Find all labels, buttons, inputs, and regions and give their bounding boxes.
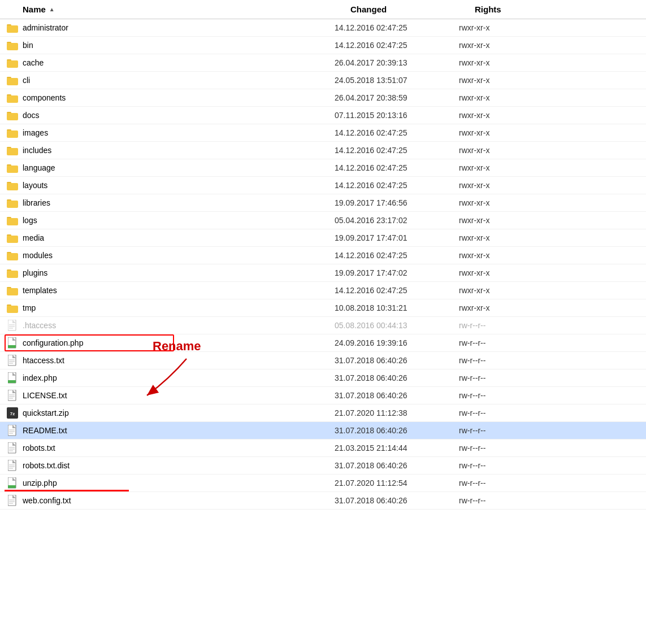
col-changed-header[interactable]: Changed bbox=[350, 5, 475, 14]
file-rights: rwxr-xr-x bbox=[459, 111, 646, 120]
file-name-cell: layouts bbox=[7, 180, 335, 191]
file-name-label: media bbox=[23, 233, 44, 242]
file-rights: rw-r--r-- bbox=[459, 321, 646, 330]
col-name-header[interactable]: Name ▲ bbox=[23, 5, 350, 14]
file-rights: rwxr-xr-x bbox=[459, 76, 646, 85]
name-column-label: Name bbox=[23, 5, 46, 14]
list-item[interactable]: images14.12.2016 02:47:25rwxr-xr-x bbox=[0, 124, 646, 142]
txt-file-icon bbox=[7, 355, 18, 366]
file-rights: rw-r--r-- bbox=[459, 408, 646, 417]
php-file-icon bbox=[7, 337, 18, 349]
list-item[interactable]: docs07.11.2015 20:13:16rwxr-xr-x bbox=[0, 107, 646, 124]
list-item[interactable]: includes14.12.2016 02:47:25rwxr-xr-x bbox=[0, 142, 646, 159]
file-name-cell: README.txt bbox=[7, 425, 335, 436]
zip-file-icon: 7z bbox=[7, 407, 18, 419]
col-rights-header[interactable]: Rights bbox=[475, 5, 646, 14]
red-underline-highlight bbox=[5, 490, 129, 491]
list-item[interactable]: robots.txt21.03.2015 21:14:44rw-r--r-- bbox=[0, 440, 646, 457]
list-item[interactable]: bin14.12.2016 02:47:25rwxr-xr-x bbox=[0, 37, 646, 54]
file-rights: rw-r--r-- bbox=[459, 461, 646, 470]
list-item[interactable]: plugins19.09.2017 17:47:02rwxr-xr-x bbox=[0, 264, 646, 282]
file-name-cell: LICENSE.txt bbox=[7, 390, 335, 401]
list-item[interactable]: media19.09.2017 17:47:01rwxr-xr-x bbox=[0, 229, 646, 247]
list-item[interactable]: modules14.12.2016 02:47:25rwxr-xr-x bbox=[0, 247, 646, 264]
file-name-cell: index.php bbox=[7, 372, 335, 384]
file-changed: 21.07.2020 11:12:54 bbox=[335, 478, 459, 488]
file-changed: 05.08.2016 00:44:13 bbox=[335, 321, 459, 330]
svg-rect-25 bbox=[7, 236, 18, 243]
list-item[interactable]: templates14.12.2016 02:47:25rwxr-xr-x bbox=[0, 282, 646, 299]
svg-rect-11 bbox=[7, 113, 18, 120]
list-item[interactable]: htaccess.txt31.07.2018 06:40:26rw-r--r-- bbox=[0, 352, 646, 369]
file-name-cell: .htaccess bbox=[7, 320, 335, 331]
folder-icon bbox=[7, 302, 18, 314]
file-changed: 31.07.2018 06:40:26 bbox=[335, 356, 459, 365]
file-changed: 19.09.2017 17:47:02 bbox=[335, 268, 459, 277]
file-changed: 19.09.2017 17:47:01 bbox=[335, 233, 459, 242]
file-name-label: cache bbox=[23, 58, 44, 67]
file-name-label: layouts bbox=[23, 181, 47, 190]
file-changed: 14.12.2016 02:47:25 bbox=[335, 41, 459, 50]
file-rights: rwxr-xr-x bbox=[459, 181, 646, 190]
file-rights: rwxr-xr-x bbox=[459, 286, 646, 295]
file-changed: 31.07.2018 06:40:26 bbox=[335, 391, 459, 400]
folder-icon bbox=[7, 22, 18, 33]
list-item[interactable]: README.txt31.07.2018 06:40:26rw-r--r-- bbox=[0, 422, 646, 440]
file-changed: 26.04.2017 20:39:13 bbox=[335, 58, 459, 67]
txt-file-icon bbox=[7, 460, 18, 471]
file-name-cell: administrator bbox=[7, 22, 335, 33]
folder-icon bbox=[7, 232, 18, 243]
list-item[interactable]: web.config.txt31.07.2018 06:40:26rw-r--r… bbox=[0, 492, 646, 510]
file-name-label: libraries bbox=[23, 198, 50, 207]
file-changed: 24.05.2018 13:51:07 bbox=[335, 76, 459, 85]
list-item[interactable]: unzip.php21.07.2020 11:12:54rw-r--r-- bbox=[0, 475, 646, 492]
file-name-label: quickstart.zip bbox=[23, 408, 69, 417]
file-name-label: LICENSE.txt bbox=[23, 391, 67, 400]
file-name-cell: cli bbox=[7, 75, 335, 86]
file-changed: 19.09.2017 17:46:56 bbox=[335, 198, 459, 207]
list-item[interactable]: administrator14.12.2016 02:47:25rwxr-xr-… bbox=[0, 19, 646, 37]
list-item[interactable]: cache26.04.2017 20:39:13rwxr-xr-x bbox=[0, 54, 646, 72]
file-name-cell: modules bbox=[7, 250, 335, 261]
list-item[interactable]: components26.04.2017 20:38:59rwxr-xr-x bbox=[0, 89, 646, 107]
list-item[interactable]: cli24.05.2018 13:51:07rwxr-xr-x bbox=[0, 72, 646, 89]
file-changed: 31.07.2018 06:40:26 bbox=[335, 461, 459, 470]
file-changed: 24.09.2016 19:39:16 bbox=[335, 338, 459, 347]
file-rights: rw-r--r-- bbox=[459, 443, 646, 452]
folder-icon bbox=[7, 250, 18, 261]
list-item[interactable]: logs05.04.2016 23:17:02rwxr-xr-x bbox=[0, 212, 646, 229]
file-rights: rwxr-xr-x bbox=[459, 303, 646, 312]
txt-file-icon bbox=[7, 390, 18, 401]
folder-icon bbox=[7, 110, 18, 121]
list-item[interactable]: configuration.php24.09.2016 19:39:16rw-r… bbox=[0, 334, 646, 352]
svg-rect-33 bbox=[7, 306, 18, 313]
file-changed: 14.12.2016 02:47:25 bbox=[335, 128, 459, 137]
list-item[interactable]: libraries19.09.2017 17:46:56rwxr-xr-x bbox=[0, 194, 646, 212]
list-item[interactable]: tmp10.08.2018 10:31:21rwxr-xr-x bbox=[0, 299, 646, 317]
txt-file-icon bbox=[7, 320, 18, 331]
list-item[interactable]: layouts14.12.2016 02:47:25rwxr-xr-x bbox=[0, 177, 646, 194]
list-item[interactable]: index.php31.07.2018 06:40:26rw-r--r-- bbox=[0, 369, 646, 387]
svg-rect-49 bbox=[8, 380, 16, 383]
file-changed: 05.04.2016 23:17:02 bbox=[335, 216, 459, 225]
file-name-label: administrator bbox=[23, 23, 68, 32]
file-rights: rw-r--r-- bbox=[459, 373, 646, 382]
file-changed: 14.12.2016 02:47:25 bbox=[335, 163, 459, 172]
folder-icon bbox=[7, 215, 18, 226]
file-name-cell: includes bbox=[7, 145, 335, 156]
list-item[interactable]: language14.12.2016 02:47:25rwxr-xr-x bbox=[0, 159, 646, 177]
svg-rect-23 bbox=[7, 218, 18, 225]
php-file-icon bbox=[7, 477, 18, 489]
table-header: Name ▲ Changed Rights bbox=[0, 0, 646, 19]
txt-file-icon bbox=[7, 425, 18, 436]
file-name-label: README.txt bbox=[23, 426, 67, 435]
list-item[interactable]: 7zquickstart.zip21.07.2020 11:12:38rw-r-… bbox=[0, 404, 646, 422]
file-name-label: docs bbox=[23, 111, 40, 120]
file-name-cell: cache bbox=[7, 57, 335, 68]
list-item[interactable]: LICENSE.txt31.07.2018 06:40:26rw-r--r-- bbox=[0, 387, 646, 404]
file-changed: 10.08.2018 10:31:21 bbox=[335, 303, 459, 312]
list-item[interactable]: robots.txt.dist31.07.2018 06:40:26rw-r--… bbox=[0, 457, 646, 475]
file-name-cell: robots.txt bbox=[7, 442, 335, 454]
file-name-label: plugins bbox=[23, 268, 47, 277]
list-item[interactable]: .htaccess05.08.2016 00:44:13rw-r--r-- bbox=[0, 317, 646, 334]
